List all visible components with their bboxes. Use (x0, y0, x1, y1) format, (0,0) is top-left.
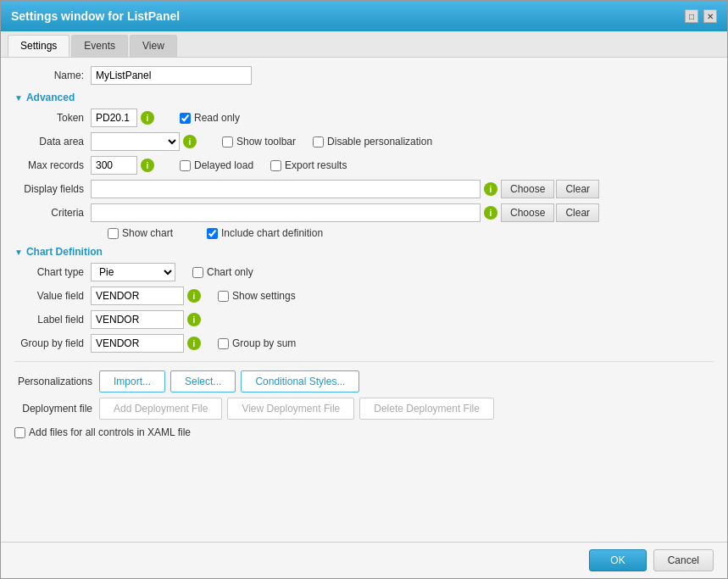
criteria-choose-button[interactable]: Choose (501, 203, 554, 222)
value-field-input[interactable] (91, 287, 184, 305)
separator-1 (14, 361, 714, 362)
token-info-icon[interactable]: i (141, 111, 154, 125)
name-input[interactable] (91, 66, 252, 85)
disable-personalization-checkbox[interactable] (313, 136, 324, 148)
group-by-field-label: Group by field (14, 337, 91, 349)
delayed-load-label: Delayed load (180, 159, 253, 171)
advanced-section-header[interactable]: ▼ Advanced (14, 92, 714, 103)
read-only-checkbox-group: Read only (180, 112, 240, 124)
chart-options-row: Show chart Include chart definition (108, 227, 714, 239)
show-settings-label: Show settings (218, 290, 296, 302)
criteria-clear-button[interactable]: Clear (556, 203, 599, 222)
group-by-sum-group: Group by sum (218, 337, 296, 349)
footer: OK Cancel (1, 542, 727, 578)
chart-only-group: Chart only (192, 266, 253, 278)
delayed-load-checkbox[interactable] (180, 160, 191, 171)
max-records-info-icon[interactable]: i (141, 159, 154, 172)
settings-dialog: Settings window for ListPanel □ ✕ Settin… (0, 0, 728, 579)
data-area-info-icon[interactable]: i (183, 135, 197, 148)
advanced-label: Advanced (26, 92, 75, 103)
max-records-label: Max records (14, 159, 91, 171)
display-fields-info-icon[interactable]: i (484, 182, 497, 196)
tab-events[interactable]: Events (71, 35, 128, 57)
token-input[interactable] (91, 109, 137, 127)
chart-type-row: Chart type Pie Bar Line Chart only (14, 263, 714, 281)
group-by-sum-label: Group by sum (218, 337, 296, 349)
xaml-row: Add files for all controls in XAML file (14, 426, 714, 438)
show-settings-checkbox[interactable] (218, 291, 229, 302)
personalizations-label: Personalizations (14, 376, 99, 387)
value-field-row: Value field i Show settings (14, 287, 714, 305)
chart-arrow: ▼ (14, 248, 23, 257)
title-bar: Settings window for ListPanel □ ✕ (1, 1, 727, 31)
close-button[interactable]: ✕ (703, 9, 717, 23)
data-area-row: Data area i Show toolbar Disable persona… (14, 132, 714, 151)
advanced-arrow: ▼ (14, 93, 23, 103)
label-field-input[interactable] (91, 310, 184, 329)
label-field-info-icon[interactable]: i (187, 313, 201, 326)
group-by-field-info-icon[interactable]: i (187, 337, 201, 350)
chart-section-label: Chart Definition (26, 246, 103, 258)
data-area-select[interactable] (91, 132, 180, 151)
cancel-button[interactable]: Cancel (653, 549, 714, 571)
delete-deployment-button[interactable]: Delete Deployment File (359, 398, 494, 420)
value-field-label: Value field (14, 290, 91, 302)
show-chart-label: Show chart (108, 227, 173, 239)
add-deployment-button[interactable]: Add Deployment File (99, 398, 222, 420)
window-controls: □ ✕ (685, 9, 717, 23)
include-chart-label: Include chart definition (207, 227, 323, 239)
criteria-row: Criteria i Choose Clear (14, 203, 714, 222)
export-results-group: Export results (270, 159, 347, 171)
export-results-checkbox[interactable] (270, 160, 281, 171)
window-title: Settings window for ListPanel (11, 9, 180, 23)
show-toolbar-checkbox[interactable] (222, 136, 233, 148)
criteria-label: Criteria (14, 207, 91, 219)
select-button[interactable]: Select... (170, 370, 236, 392)
data-area-label: Data area (14, 136, 91, 148)
xaml-checkbox[interactable] (14, 427, 25, 438)
show-toolbar-label: Show toolbar (222, 136, 296, 148)
read-only-checkbox[interactable] (180, 113, 191, 124)
deployment-label: Deployment file (14, 403, 99, 415)
delayed-load-group: Delayed load (180, 159, 253, 171)
group-by-field-row: Group by field i Group by sum (14, 334, 714, 353)
display-fields-label: Display fields (14, 183, 91, 195)
xaml-label: Add files for all controls in XAML file (14, 426, 191, 438)
label-field-row: Label field i (14, 310, 714, 329)
chart-only-checkbox[interactable] (192, 267, 203, 278)
chart-type-label: Chart type (14, 266, 91, 278)
chart-section-header[interactable]: ▼ Chart Definition (14, 246, 714, 258)
deployment-row: Deployment file Add Deployment File View… (14, 398, 714, 420)
tab-view[interactable]: View (130, 35, 177, 57)
tabs-bar: Settings Events View (1, 31, 727, 58)
show-settings-group: Show settings (218, 290, 296, 302)
group-by-sum-checkbox[interactable] (218, 338, 229, 349)
conditional-styles-button[interactable]: Conditional Styles... (241, 370, 359, 392)
show-chart-checkbox[interactable] (108, 228, 119, 239)
personalizations-row: Personalizations Import... Select... Con… (14, 370, 714, 392)
tab-settings[interactable]: Settings (8, 35, 69, 57)
name-row: Name: (14, 66, 714, 85)
display-fields-input (91, 180, 481, 198)
chart-type-select[interactable]: Pie Bar Line (91, 263, 175, 281)
label-field-label: Label field (14, 314, 91, 326)
token-label: Token (14, 112, 91, 124)
display-fields-row: Display fields i Choose Clear (14, 180, 714, 198)
criteria-info-icon[interactable]: i (484, 206, 497, 220)
show-toolbar-group: Show toolbar (222, 136, 296, 148)
minimize-button[interactable]: □ (685, 9, 698, 23)
ok-button[interactable]: OK (589, 549, 646, 571)
export-results-label: Export results (270, 159, 347, 171)
read-only-label: Read only (180, 112, 240, 124)
max-records-row: Max records i Delayed load Export result… (14, 156, 714, 175)
view-deployment-button[interactable]: View Deployment File (227, 398, 354, 420)
max-records-input[interactable] (91, 156, 137, 175)
token-row: Token i Read only (14, 109, 714, 127)
display-fields-clear-button[interactable]: Clear (556, 180, 599, 198)
include-chart-checkbox[interactable] (207, 228, 218, 239)
disable-personalization-label: Disable personalization (313, 136, 432, 148)
value-field-info-icon[interactable]: i (187, 289, 201, 303)
group-by-field-input[interactable] (91, 334, 184, 353)
display-fields-choose-button[interactable]: Choose (501, 180, 554, 198)
import-button[interactable]: Import... (99, 370, 165, 392)
